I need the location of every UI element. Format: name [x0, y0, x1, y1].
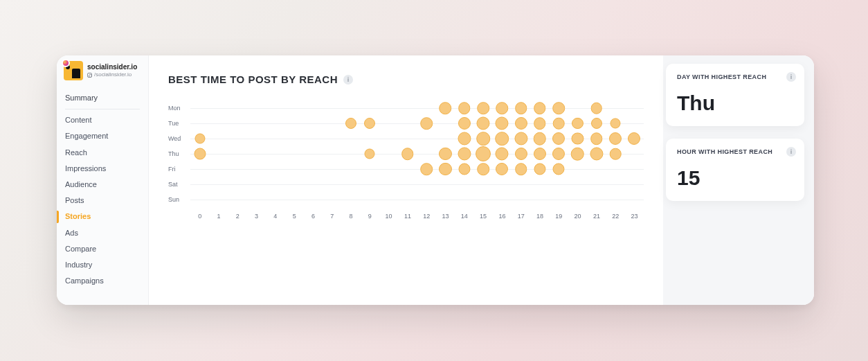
card-highest-hour: HOUR WITH HIGHEST REACH i 15 [666, 139, 804, 201]
x-tick-label: 20 [568, 213, 587, 220]
data-point[interactable] [515, 163, 527, 175]
x-tick-label: 12 [417, 213, 436, 220]
info-icon[interactable]: i [786, 72, 796, 82]
avatar [64, 61, 83, 80]
sidebar-item-ads[interactable]: Ads [57, 225, 148, 241]
sidebar-item-stories[interactable]: Stories [57, 209, 148, 224]
data-point[interactable] [195, 133, 205, 143]
data-point[interactable] [365, 148, 375, 159]
data-point[interactable] [552, 148, 565, 160]
data-point[interactable] [401, 148, 414, 160]
sidebar-item-summary[interactable]: Summary [57, 90, 148, 106]
data-point[interactable] [515, 102, 527, 114]
instagram-icon [87, 73, 92, 78]
profile-header[interactable]: socialinsider.io /socialinsider.io [57, 61, 148, 86]
data-point[interactable] [496, 116, 509, 130]
x-tick-label: 7 [323, 213, 341, 220]
app-window: socialinsider.io /socialinsider.io Summa… [57, 55, 814, 305]
x-tick-label: 18 [530, 213, 549, 220]
data-point[interactable] [515, 148, 527, 160]
data-point[interactable] [611, 118, 621, 128]
info-icon[interactable]: i [786, 147, 796, 157]
sidebar-item-content[interactable]: Content [57, 112, 148, 128]
x-tick-label: 11 [398, 213, 417, 220]
x-tick-label: 21 [587, 213, 606, 220]
chart-panel: BEST TIME TO POST BY REACH i 01234567891… [149, 55, 663, 305]
data-point[interactable] [476, 132, 490, 146]
data-point[interactable] [534, 163, 545, 175]
data-point[interactable] [514, 132, 527, 145]
sidebar-item-industry[interactable]: Industry [57, 257, 148, 273]
sidebar-item-compare[interactable]: Compare [57, 241, 148, 257]
data-point[interactable] [496, 163, 508, 175]
data-point[interactable] [515, 117, 527, 130]
data-point[interactable] [590, 103, 602, 114]
x-tick-label: 6 [304, 213, 323, 220]
info-icon[interactable]: i [343, 75, 353, 85]
card-value: Thu [677, 93, 793, 114]
data-point[interactable] [458, 163, 470, 175]
x-tick-label: 15 [473, 213, 492, 220]
data-point[interactable] [572, 132, 584, 144]
sidebar-item-reach[interactable]: Reach [57, 145, 148, 161]
data-point[interactable] [477, 163, 489, 175]
y-tick-label: Sat [168, 181, 189, 188]
x-tick-label: 17 [512, 213, 530, 220]
data-point[interactable] [553, 118, 565, 130]
data-point[interactable] [610, 148, 622, 160]
data-point[interactable] [534, 132, 547, 146]
sidebar-item-audience[interactable]: Audience [57, 177, 148, 193]
data-point[interactable] [496, 147, 509, 160]
sidebar-item-impressions[interactable]: Impressions [57, 161, 148, 177]
data-point[interactable] [534, 117, 546, 130]
card-value: 15 [677, 168, 793, 188]
chart-row-fri: Fri [168, 161, 644, 177]
chart-row-sun: Sun [168, 192, 644, 207]
x-tick-label: 19 [550, 213, 568, 220]
data-point[interactable] [440, 102, 452, 114]
data-point[interactable] [534, 148, 546, 160]
data-point[interactable] [496, 102, 509, 114]
bubble-chart: 01234567891011121314151617181920212223 1… [168, 100, 644, 291]
gridline [190, 184, 644, 185]
data-point[interactable] [458, 102, 471, 114]
x-tick-label: 10 [379, 213, 398, 220]
x-tick-label: 13 [436, 213, 455, 220]
y-tick-label: Wed [168, 135, 189, 142]
data-point[interactable] [476, 146, 491, 161]
sidebar-item-engagement[interactable]: Engagement [57, 128, 148, 144]
data-point[interactable] [476, 116, 489, 130]
data-point[interactable] [496, 132, 509, 146]
data-point[interactable] [345, 118, 356, 129]
data-point[interactable] [628, 132, 640, 145]
x-tick-label: 23 [625, 213, 644, 220]
data-point[interactable] [439, 148, 451, 160]
chart-row-mon: Mon [168, 100, 644, 116]
data-point[interactable] [364, 118, 375, 129]
data-point[interactable] [439, 163, 451, 175]
sidebar-item-posts[interactable]: Posts [57, 193, 148, 209]
data-point[interactable] [553, 163, 565, 175]
x-tick-label: 2 [228, 213, 247, 220]
data-point[interactable] [477, 102, 489, 114]
data-point[interactable] [420, 117, 433, 130]
data-point[interactable] [609, 132, 622, 145]
data-point[interactable] [534, 102, 546, 114]
data-point[interactable] [458, 132, 471, 145]
data-point[interactable] [571, 148, 584, 161]
data-point[interactable] [194, 148, 206, 159]
data-point[interactable] [420, 163, 433, 175]
data-point[interactable] [591, 118, 602, 129]
data-point[interactable] [458, 147, 471, 160]
data-point[interactable] [572, 118, 583, 129]
data-point[interactable] [458, 117, 471, 130]
sidebar-item-campaigns[interactable]: Campaigns [57, 273, 148, 289]
data-point[interactable] [552, 102, 565, 114]
x-tick-label: 22 [606, 213, 625, 220]
instagram-icon [62, 59, 70, 67]
data-point[interactable] [552, 132, 565, 145]
data-point[interactable] [590, 147, 603, 160]
x-tick-label: 16 [493, 213, 512, 220]
card-highest-day: DAY WITH HIGHEST REACH i Thu [666, 64, 804, 126]
data-point[interactable] [590, 132, 603, 145]
